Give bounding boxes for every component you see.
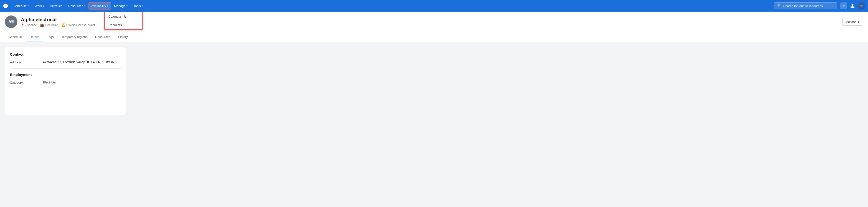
chevron-down-icon: ▾ — [107, 5, 108, 7]
employment-section-title: Employment — [10, 73, 121, 77]
nav-resources[interactable]: Resources ▾ — [66, 3, 88, 9]
search-icon: 🔍 — [777, 4, 781, 8]
chevron-down-icon: ▾ — [858, 20, 860, 24]
avatar: AE — [5, 15, 18, 28]
user-avatar[interactable]: HH — [858, 2, 865, 9]
contact-section-title: Contact — [10, 52, 121, 56]
profile-details: Alpha electrical 📍 Brisbane 💼 Electricia… — [21, 17, 97, 27]
search-bar[interactable]: 🔍 Search for jobs or resources — [774, 2, 837, 9]
profile-meta: 📍 Brisbane 💼 Electrician 🔀 Drivers Licen… — [21, 24, 97, 27]
nav-availability[interactable]: Availability ▾ — [89, 3, 111, 9]
briefcase-icon: 💼 — [40, 24, 44, 27]
category-label: Category — [10, 80, 39, 84]
section-divider — [10, 68, 121, 69]
tabs-bar: Schedule Details Tags Temporary regions … — [0, 32, 868, 42]
chevron-down-icon: ▾ — [28, 5, 29, 7]
profile-name: Alpha electrical — [21, 17, 97, 23]
profile-category: 💼 Electrician — [40, 24, 58, 27]
availability-dropdown: Calendar 🖱 Requests — [104, 11, 143, 30]
nav-manage[interactable]: Manage ▾ — [112, 3, 130, 9]
category-value: Electrician — [43, 80, 121, 84]
side-panel — [130, 47, 863, 115]
nav-activities[interactable]: Activities — [48, 3, 65, 9]
nav-right-actions: + HH — [840, 2, 865, 9]
tab-temporary-regions[interactable]: Temporary regions — [57, 32, 91, 42]
dropdown-item-requests[interactable]: Requests — [104, 21, 143, 29]
nav-schedule[interactable]: Schedule ▾ — [11, 3, 31, 9]
license-icon: 🔀 — [62, 24, 65, 27]
dropdown-item-calendar[interactable]: Calendar 🖱 — [104, 12, 143, 21]
profile-location: 📍 Brisbane — [21, 24, 37, 27]
content-area: Contact Address 47 Warner St, Fortitude … — [0, 42, 868, 120]
app-logo[interactable] — [3, 3, 8, 8]
tab-history[interactable]: History — [114, 32, 131, 42]
tab-resources[interactable]: Resources — [91, 32, 114, 42]
top-nav: Schedule ▾ Work ▾ Activities Resources ▾… — [0, 0, 868, 11]
tab-tags[interactable]: Tags — [43, 32, 57, 42]
profile-info: AE Alpha electrical 📍 Brisbane 💼 Electri… — [5, 15, 97, 28]
chevron-down-icon: ▾ — [84, 5, 86, 7]
profile-license: 🔀 Drivers License, Maint... — [62, 24, 98, 27]
tab-details[interactable]: Details — [26, 32, 43, 42]
tab-schedule[interactable]: Schedule — [5, 32, 26, 42]
chevron-down-icon: ▾ — [142, 5, 143, 7]
nav-work[interactable]: Work ▾ — [32, 3, 46, 9]
add-button[interactable]: + — [840, 2, 847, 9]
category-row: Category Electrician — [10, 80, 121, 84]
chevron-down-icon: ▾ — [43, 5, 44, 7]
details-card: Contact Address 47 Warner St, Fortitude … — [5, 47, 126, 115]
address-row: Address 47 Warner St, Fortitude Valley Q… — [10, 60, 121, 64]
location-icon: 📍 — [21, 24, 25, 27]
user-circle-icon[interactable] — [849, 2, 856, 9]
address-value: 47 Warner St, Fortitude Valley QLD 4006,… — [43, 60, 121, 64]
actions-button[interactable]: Actions ▾ — [842, 18, 863, 26]
chevron-down-icon: ▾ — [126, 5, 128, 7]
nav-tools[interactable]: Tools ▾ — [131, 3, 145, 9]
address-label: Address — [10, 60, 39, 64]
